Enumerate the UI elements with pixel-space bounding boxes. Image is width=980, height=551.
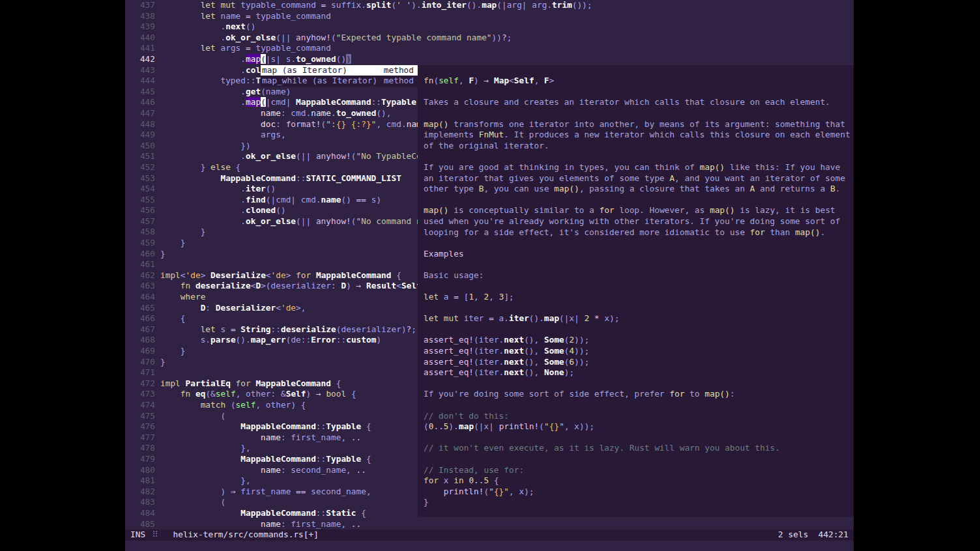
code-text: impl<'de> Deserialize<'de> for MappableC…: [160, 270, 401, 281]
code-text: },: [160, 443, 251, 454]
line-number: 465: [125, 303, 155, 314]
line-number: 448: [125, 119, 155, 130]
code-line[interactable]: 442 .map(|s| s.to_owned()): [125, 54, 854, 65]
completion-item[interactable]: map_while (as Iterator)method: [261, 76, 418, 87]
doc-line: [424, 400, 854, 411]
doc-line: for x in 0..5 {: [424, 475, 854, 487]
completion-doc-panel[interactable]: fn(self, F) → Map<Self, F>Takes a closur…: [418, 65, 854, 517]
doc-line: // Instead, use for:: [424, 465, 854, 476]
doc-line: let a = [1, 2, 3];: [424, 292, 854, 303]
code-text: .iter(): [160, 184, 276, 195]
code-text: }: [160, 346, 186, 357]
line-number: 437: [125, 0, 155, 11]
doc-line: [424, 303, 854, 314]
doc-line: Takes a closure and creates an iterator …: [424, 97, 854, 108]
doc-line: Examples: [424, 249, 854, 260]
line-number: 442: [125, 54, 155, 65]
line-number: 455: [125, 195, 155, 206]
doc-line: an iterator that gives you elements of s…: [424, 173, 854, 184]
line-number: 447: [125, 108, 155, 119]
line-number: 476: [125, 421, 155, 432]
code-line[interactable]: 437 let mut typable_command = suffix.spl…: [125, 0, 854, 11]
doc-line: [424, 432, 854, 444]
code-text: }): [160, 141, 251, 152]
code-text: }: [160, 357, 166, 368]
doc-line: [424, 238, 854, 249]
code-text: match (self, other) {: [160, 400, 306, 411]
code-text: },: [160, 475, 251, 487]
line-number: 477: [125, 432, 155, 444]
doc-panel-content: fn(self, F) → Map<Self, F>Takes a closur…: [418, 65, 854, 508]
selection-count: 2 sels: [778, 530, 808, 539]
line-number: 482: [125, 487, 155, 498]
code-text: name: cmd.name.to_owned(),: [160, 108, 392, 119]
line-number: 450: [125, 141, 155, 152]
status-right: 2 sels 442:21: [778, 530, 848, 541]
line-number: 454: [125, 184, 155, 195]
code-text: .next(): [160, 21, 255, 33]
code-text: let name = typable_command: [160, 11, 331, 22]
code-text: .ok_or_else(|| anyhow!("Expected typable…: [160, 33, 512, 44]
code-line[interactable]: 441 let args = typable_command: [125, 43, 854, 54]
code-text: MappableCommand::STATIC_COMMAND_LIST: [160, 173, 401, 184]
code-text: MappableCommand::Typable {: [160, 421, 371, 432]
code-line[interactable]: 439 .next(): [125, 21, 854, 33]
line-number: 459: [125, 238, 155, 249]
doc-line: (0..5).map(|x| println!("{}", x));: [424, 421, 854, 432]
line-number: 444: [125, 76, 155, 87]
doc-line: assert_eq!(iter.next(), Some(4));: [424, 346, 854, 357]
doc-line: looping for a side effect, it's consider…: [424, 227, 854, 238]
code-text: where: [160, 292, 205, 303]
completion-label: map_while (as Iterator): [262, 76, 384, 87]
code-text: name: first_name, ..: [160, 519, 361, 530]
doc-line: If you are good at thinking in types, yo…: [424, 162, 854, 173]
line-number: 458: [125, 227, 155, 238]
code-text: fn eq(&self, other: &Self) → bool {: [160, 389, 356, 400]
code-text: } else {: [160, 162, 240, 173]
code-line[interactable]: 440 .ok_or_else(|| anyhow!("Expected typ…: [125, 33, 854, 44]
line-number: 468: [125, 335, 155, 346]
code-text: }: [160, 238, 186, 249]
doc-line: [424, 378, 854, 389]
completion-item[interactable]: map (as Iterator)method: [261, 65, 418, 76]
line-number: 474: [125, 400, 155, 411]
code-text: .get(name): [160, 87, 291, 98]
doc-line: other type B, you can use map(), passing…: [424, 184, 854, 195]
line-number: 456: [125, 205, 155, 216]
code-text: .map(|s| s.to_owned()): [160, 54, 351, 65]
line-number: 471: [125, 367, 155, 378]
code-text: s.parse().map_err(de::Error::custom): [160, 335, 381, 346]
line-number: 441: [125, 43, 155, 54]
line-number: 457: [125, 216, 155, 227]
code-line[interactable]: 438 let name = typable_command: [125, 11, 854, 22]
line-number: 480: [125, 465, 155, 476]
doc-line: assert_eq!(iter.next(), None);: [424, 367, 854, 378]
code-text: ) ⇒ first_name == second_name,: [160, 487, 371, 498]
code-text: {: [160, 313, 186, 324]
line-number: 478: [125, 443, 155, 454]
code-text: (: [160, 497, 225, 508]
line-number: 439: [125, 21, 155, 33]
doc-line: Basic usage:: [424, 270, 854, 281]
doc-line: assert_eq!(iter.next(), Some(6));: [424, 357, 854, 368]
line-number: 463: [125, 281, 155, 292]
doc-line: [424, 259, 854, 270]
doc-line: [424, 281, 854, 292]
code-text: (: [160, 411, 225, 422]
completion-menu[interactable]: map (as Iterator)methodmap_while (as Ite…: [261, 65, 418, 87]
code-text: impl PartialEq for MappableCommand {: [160, 378, 341, 389]
doc-line: println!("{}", x);: [424, 487, 854, 498]
code-text: }: [160, 249, 166, 260]
doc-line: [424, 87, 854, 98]
code-text: MappableCommand::Static {: [160, 508, 366, 519]
doc-line: // it won't even execute, as it is lazy.…: [424, 443, 854, 454]
line-number: 484: [125, 508, 155, 519]
line-number: 481: [125, 475, 155, 487]
line-number: 460: [125, 249, 155, 260]
code-text: MappableCommand::Typable {: [160, 454, 371, 465]
line-number: 464: [125, 292, 155, 303]
code-text: }: [160, 227, 205, 238]
doc-line: fn(self, F) → Map<Self, F>: [424, 76, 854, 87]
code-text: name: second_name, ..: [160, 465, 366, 476]
code-line[interactable]: 485 name: first_name, ..: [125, 519, 854, 530]
